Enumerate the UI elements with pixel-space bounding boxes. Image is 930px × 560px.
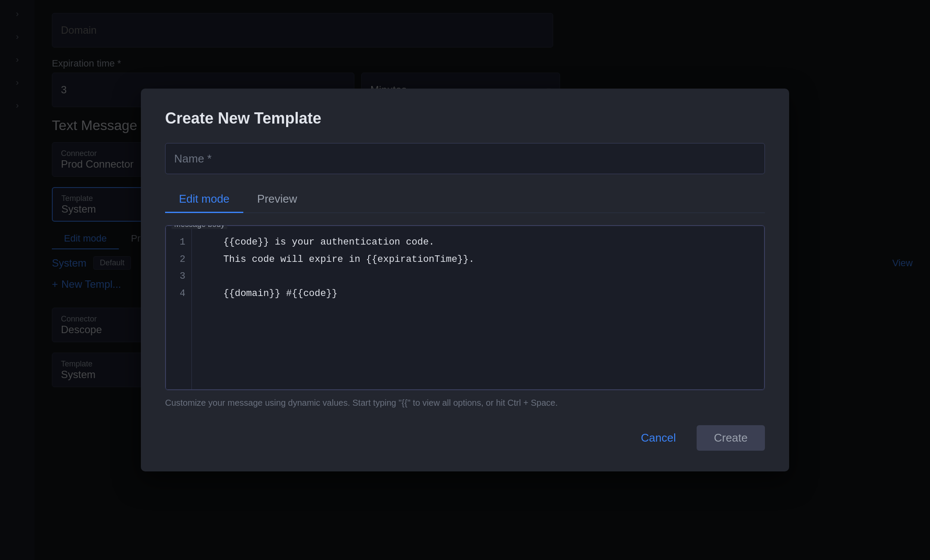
create-template-modal: Create New Template Edit mode Preview Me… xyxy=(141,89,789,471)
cancel-button[interactable]: Cancel xyxy=(631,425,686,451)
create-button[interactable]: Create xyxy=(697,425,765,451)
template-name-input[interactable] xyxy=(165,143,765,174)
code-editor[interactable]: 1 2 3 4 {{code}} is your authentication … xyxy=(166,226,764,390)
code-editor-wrap: Message body 1 2 3 4 {{code}} is your au… xyxy=(165,225,765,390)
code-content[interactable]: {{code}} is your authentication code. Th… xyxy=(192,226,764,389)
line-numbers: 1 2 3 4 xyxy=(166,226,192,389)
modal-footer: Cancel Create xyxy=(165,425,765,451)
editor-label: Message body xyxy=(172,225,227,229)
modal-tab-preview[interactable]: Preview xyxy=(243,186,311,213)
modal-tab-edit[interactable]: Edit mode xyxy=(165,186,243,213)
hint-text: Customize your message using dynamic val… xyxy=(165,398,765,408)
modal-title: Create New Template xyxy=(165,109,765,127)
modal-tabs: Edit mode Preview xyxy=(165,186,765,213)
